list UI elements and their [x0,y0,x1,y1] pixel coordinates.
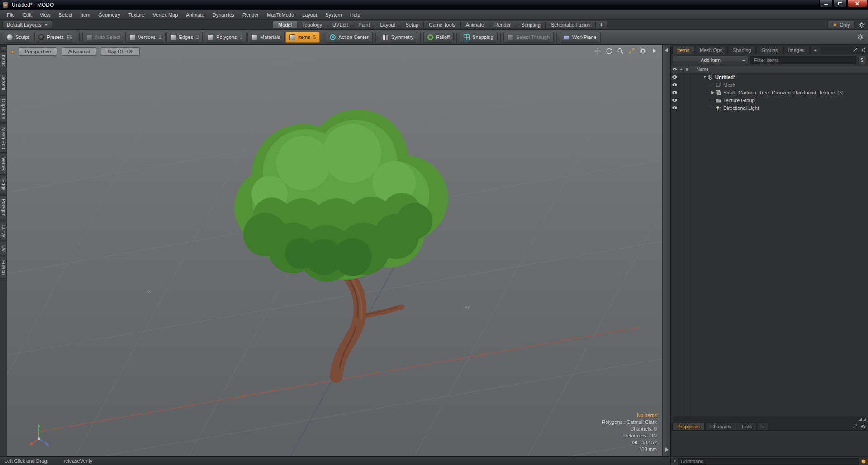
tab-model[interactable]: Model [273,21,297,28]
menu-item-select[interactable]: Select [54,10,76,19]
panel-corner-grips[interactable] [859,418,866,421]
symmetry-button[interactable]: Symmetry [379,32,418,43]
maximize-button[interactable] [833,0,847,7]
collapse-right-icon[interactable] [665,447,669,452]
workplane-button[interactable]: WorkPlane [560,32,601,43]
vertices-mode-button[interactable]: Vertices 1 [125,32,166,43]
gear-icon[interactable] [857,34,863,40]
tag-column-header[interactable] [684,66,690,73]
menu-item-render[interactable]: Render [238,10,263,19]
items-mode-button[interactable]: Items 5 [285,32,320,43]
tab-properties[interactable]: Properties [672,422,705,430]
advanced-button[interactable]: Advanced [62,47,96,56]
tab-shading[interactable]: Shading [728,46,756,54]
titlebar[interactable]: Untitled* - MODO [0,0,868,10]
visibility-toggle[interactable] [671,104,678,112]
filter-column-header[interactable]: + [678,66,684,73]
tab-game-tools[interactable]: Game Tools [424,21,461,28]
tab-layout[interactable]: Layout [375,21,400,28]
add-panel-tab-button[interactable]: + [810,46,821,54]
menu-item-item[interactable]: Item [76,10,94,19]
tab-paint[interactable]: Paint [353,21,375,28]
polygons-mode-button[interactable]: Polygons 3 [204,32,247,43]
tab-strip-grip[interactable] [1,46,6,50]
horizontal-scrollbar[interactable] [671,417,868,421]
tab-channels[interactable]: Channels [705,422,736,430]
visibility-toggle[interactable] [671,81,678,89]
visibility-toggle[interactable] [671,96,678,104]
tab-scripting[interactable]: Scripting [516,21,546,28]
edges-mode-button[interactable]: Edges 2 [166,32,203,43]
tab-setup[interactable]: Setup [400,21,424,28]
side-tab-curve[interactable]: Curve [0,221,7,241]
tab-groups[interactable]: Groups [756,46,783,54]
menu-item-texture[interactable]: Texture [124,10,149,19]
falloff-button[interactable]: Falloff [423,32,454,43]
zoom-icon[interactable] [617,47,624,54]
menu-item-animate[interactable]: Animate [182,10,208,19]
panel-splitter[interactable] [662,45,670,456]
menu-item-view[interactable]: View [36,10,55,19]
minimize-button[interactable] [819,0,833,7]
gear-icon[interactable] [861,424,866,429]
tab-render[interactable]: Render [489,21,516,28]
rotate-icon[interactable] [606,47,612,54]
viewport-indicator-dot[interactable] [11,50,14,53]
visibility-toggle[interactable] [671,89,678,96]
only-button[interactable]: ★ Only [827,21,855,28]
materials-mode-button[interactable]: Materials [247,32,285,43]
tab-topology[interactable]: Topology [297,21,327,28]
fit-view-icon[interactable] [628,47,635,54]
menu-item-layout[interactable]: Layout [298,10,321,19]
perspective-button[interactable]: Perspective [19,47,57,56]
item-name-cell[interactable]: ▶ Small_Cartoon_Tree_Crooked_Handpaint_T… [690,89,868,96]
side-tab-polygon[interactable]: Polygon [0,195,7,220]
item-name-cell[interactable]: Texture Group [690,96,868,104]
ray-gl-button[interactable]: Ray GL: Off [101,47,140,56]
add-workspace-tab-button[interactable]: + [596,21,607,28]
tab-schematic-fusion[interactable]: Schematic Fusion [546,21,596,28]
expand-panel-icon[interactable] [853,47,858,52]
snapping-button[interactable]: Snapping [460,32,498,43]
side-tab-fusion[interactable]: Fusion [0,257,7,278]
item-name-cell[interactable]: Directional Light [690,104,868,112]
tab-animate[interactable]: Animate [461,21,489,28]
filter-save-button[interactable]: S [858,56,866,64]
item-row-untitled[interactable]: ▼ Untitled* [671,73,868,81]
close-button[interactable] [847,0,867,7]
side-tab-uv[interactable]: UV [0,242,7,256]
gear-icon[interactable] [640,47,646,54]
tab-mesh-ops[interactable]: Mesh Ops [695,46,727,54]
side-tab-deform[interactable]: Deform [0,71,7,94]
menu-item-system[interactable]: System [321,10,346,19]
item-row-mesh[interactable]: Mesh [671,81,868,89]
viewport-3d[interactable]: Perspective Advanced Ray GL: Off +x +z [7,45,662,456]
menu-item-vertex-map[interactable]: Vertex Map [149,10,182,19]
menu-item-dynamics[interactable]: Dynamics [209,10,238,19]
menu-item-edit[interactable]: Edit [19,10,36,19]
gear-icon[interactable] [859,22,865,28]
tab-lists[interactable]: Lists [737,422,757,430]
item-row-directional-light[interactable]: Directional Light [671,104,868,112]
default-layouts-dropdown[interactable]: Default Layouts [2,21,52,28]
side-tab-duplicate[interactable]: Duplicate [0,95,7,123]
tab-items[interactable]: Items [672,46,694,54]
filter-items-input[interactable] [750,56,856,64]
item-row-texture-group[interactable]: Texture Group [671,96,868,104]
flyout-arrow-icon[interactable] [651,47,658,54]
side-tab-basic[interactable]: Basic [0,51,7,70]
presets-button[interactable]: Presets F6 [34,32,76,43]
item-row-texture[interactable]: ▶ Small_Cartoon_Tree_Crooked_Handpaint_T… [671,89,868,96]
side-tab-mesh-edit[interactable]: Mesh Edit [0,124,7,153]
add-item-button[interactable]: Add Item [673,56,749,64]
collapse-left-icon[interactable] [665,48,668,52]
collapse-arrow-icon[interactable]: ▼ [702,75,707,79]
menu-item-geometry[interactable]: Geometry [94,10,124,19]
side-tab-vertex[interactable]: Vertex [0,154,7,175]
menu-item-help[interactable]: Help [346,10,365,19]
gear-icon[interactable] [861,47,866,52]
command-history-icon[interactable] [861,459,866,464]
command-input[interactable] [678,458,859,465]
tree-trunk[interactable] [336,270,402,376]
pan-icon[interactable] [594,47,601,54]
